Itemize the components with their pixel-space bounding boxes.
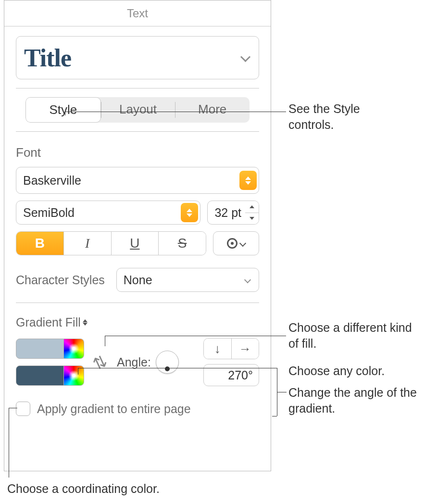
gradient-editor: ⇄ Angle: ↓ → 270° (16, 338, 259, 386)
gradient-start-color[interactable] (16, 339, 64, 359)
angle-label: Angle: (117, 355, 151, 369)
tab-layout[interactable]: Layout (101, 97, 175, 123)
callout-bracket (272, 416, 277, 416)
angle-value: 270° (228, 368, 253, 382)
chevron-down-icon (239, 240, 246, 247)
callout-lead (9, 408, 17, 408)
font-weight-popup[interactable]: SemiBold (16, 201, 200, 225)
paragraph-style-popup[interactable]: Title (16, 36, 259, 79)
callout-bracket (272, 368, 277, 368)
divider (16, 302, 259, 303)
color-picker-button[interactable] (64, 365, 84, 386)
callout-lead (65, 112, 65, 115)
bold-button[interactable]: B (16, 232, 63, 255)
font-size-stepper[interactable] (207, 201, 259, 225)
gradient-end-color[interactable] (16, 365, 64, 386)
callout-lead (65, 112, 286, 112)
updown-icon (83, 319, 88, 326)
character-styles-label: Character Styles (16, 273, 105, 287)
font-family-value: Baskerville (23, 174, 81, 188)
color-picker-button[interactable] (64, 339, 84, 359)
font-section-label: Font (16, 145, 259, 160)
tab-bar: Style Layout More (25, 97, 250, 123)
updown-icon (239, 171, 257, 190)
callout-lead (105, 336, 286, 336)
character-style-popup[interactable]: None (116, 268, 259, 292)
callout-angle: Change the angle of the gradient. (288, 385, 418, 416)
callout-lead (277, 392, 287, 392)
step-up-icon[interactable] (245, 201, 259, 213)
text-style-group: B I U S (16, 231, 206, 255)
gear-icon (227, 238, 238, 249)
font-family-popup[interactable]: Baskerville (16, 167, 259, 194)
tab-more[interactable]: More (175, 97, 250, 123)
divider (16, 131, 259, 132)
updown-icon (181, 203, 198, 222)
divider (16, 88, 259, 88)
panel-title: Text (4, 0, 271, 26)
callout-any-color: Choose any color. (288, 363, 413, 379)
chevron-down-icon (242, 53, 249, 63)
panel-body: Title Style Layout More Font Baskerville… (4, 26, 271, 428)
italic-button[interactable]: I (63, 232, 111, 255)
callout-lead (78, 368, 78, 375)
apply-page-checkbox[interactable] (16, 402, 30, 416)
direction-buttons: ↓ → (203, 338, 259, 359)
text-inspector-panel: Text Title Style Layout More Font Basker… (4, 0, 271, 471)
apply-page-label: Apply gradient to entire page (37, 402, 191, 416)
angle-field[interactable]: 270° (203, 364, 259, 386)
font-size-value[interactable] (208, 206, 245, 220)
callout-lead (78, 368, 277, 368)
advanced-options-button[interactable] (213, 231, 259, 255)
direction-down-button[interactable]: ↓ (204, 339, 231, 359)
callout-lead (105, 336, 105, 346)
fill-type-popup[interactable]: Gradient Fill (16, 315, 88, 329)
swap-colors-button[interactable]: ⇄ (88, 351, 112, 373)
character-style-value: None (124, 273, 152, 287)
underline-button[interactable]: U (111, 232, 159, 255)
callout-lead (9, 408, 9, 478)
strike-button[interactable]: S (158, 232, 206, 255)
paragraph-style-name: Title (24, 44, 71, 72)
tab-style[interactable]: Style (25, 97, 101, 123)
step-down-icon[interactable] (245, 213, 259, 225)
angle-dial[interactable] (156, 351, 179, 374)
font-weight-value: SemiBold (23, 206, 75, 220)
direction-right-button[interactable]: → (231, 339, 259, 359)
chevron-down-icon (245, 270, 257, 290)
callout-fill-kind: Choose a different kind of fill. (288, 320, 413, 351)
callout-style: See the Style controls. (288, 101, 409, 132)
gradient-swatches (16, 339, 84, 386)
callout-coord-color: Choose a coordinating color. (7, 481, 160, 497)
fill-type-label: Gradient Fill (16, 315, 81, 329)
